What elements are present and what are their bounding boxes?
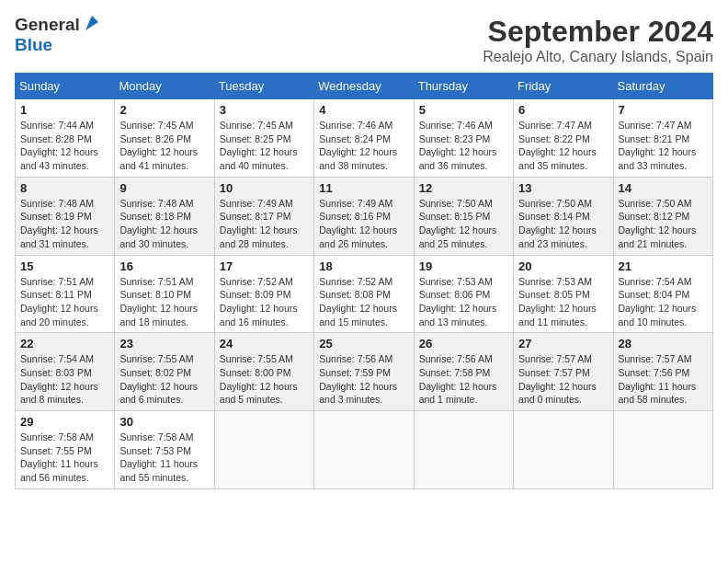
day-cell-3: 3 Sunrise: 7:45 AM Sunset: 8:25 PM Dayli… [214,99,313,178]
day-cell-9: 9 Sunrise: 7:48 AM Sunset: 8:18 PM Dayli… [115,177,214,255]
day-info: Sunrise: 7:48 AM Sunset: 8:18 PM Dayligh… [119,197,209,251]
day-cell-29: 29 Sunrise: 7:58 AM Sunset: 7:55 PM Dayl… [16,411,115,489]
day-cell-11: 11 Sunrise: 7:49 AM Sunset: 8:16 PM Dayl… [314,177,414,255]
day-cell-22: 22 Sunrise: 7:54 AM Sunset: 8:03 PM Dayl… [16,333,115,411]
day-cell-13: 13 Sunrise: 7:50 AM Sunset: 8:14 PM Dayl… [514,177,613,255]
header-wednesday: Wednesday [314,74,414,99]
logo-general-text: General [15,15,80,35]
header-friday: Friday [514,74,613,99]
day-cell-17: 17 Sunrise: 7:52 AM Sunset: 8:09 PM Dayl… [214,255,313,333]
day-info: Sunrise: 7:52 AM Sunset: 8:08 PM Dayligh… [319,275,408,329]
header-sunday: Sunday [16,74,115,99]
day-info: Sunrise: 7:57 AM Sunset: 7:56 PM Dayligh… [619,352,708,407]
day-cell-26: 26 Sunrise: 7:56 AM Sunset: 7:58 PM Dayl… [414,333,513,411]
day-cell-27: 27 Sunrise: 7:57 AM Sunset: 7:57 PM Dayl… [514,333,613,411]
day-number: 27 [518,337,608,350]
day-number: 7 [619,103,708,117]
day-info: Sunrise: 7:51 AM Sunset: 8:11 PM Dayligh… [20,275,109,329]
day-info: Sunrise: 7:49 AM Sunset: 8:17 PM Dayligh… [220,197,309,251]
day-cell-1: 1 Sunrise: 7:44 AM Sunset: 8:28 PM Dayli… [16,99,115,178]
day-cell-20: 20 Sunrise: 7:53 AM Sunset: 8:05 PM Dayl… [514,255,613,333]
day-info: Sunrise: 7:47 AM Sunset: 8:22 PM Dayligh… [518,119,608,173]
day-cell-15: 15 Sunrise: 7:51 AM Sunset: 8:11 PM Dayl… [16,255,115,333]
day-number: 14 [619,181,708,195]
day-cell-28: 28 Sunrise: 7:57 AM Sunset: 7:56 PM Dayl… [613,333,712,411]
day-info: Sunrise: 7:50 AM Sunset: 8:14 PM Dayligh… [518,197,608,251]
empty-cell [414,411,513,489]
day-cell-18: 18 Sunrise: 7:52 AM Sunset: 8:08 PM Dayl… [314,255,414,333]
day-number: 22 [20,337,109,350]
day-number: 5 [419,103,508,117]
day-info: Sunrise: 7:50 AM Sunset: 8:15 PM Dayligh… [419,197,508,251]
calendar-table: Sunday Monday Tuesday Wednesday Thursday… [15,73,713,489]
empty-cell [514,411,613,489]
day-number: 16 [119,259,209,273]
header-thursday: Thursday [414,74,513,99]
calendar-header-row: Sunday Monday Tuesday Wednesday Thursday… [16,74,713,99]
day-info: Sunrise: 7:54 AM Sunset: 8:03 PM Dayligh… [20,352,109,407]
day-info: Sunrise: 7:52 AM Sunset: 8:09 PM Dayligh… [220,275,309,329]
header-saturday: Saturday [613,74,712,99]
logo-icon [82,14,102,34]
day-info: Sunrise: 7:50 AM Sunset: 8:12 PM Dayligh… [619,197,708,251]
day-cell-16: 16 Sunrise: 7:51 AM Sunset: 8:10 PM Dayl… [115,255,214,333]
logo-blue-text: Blue [15,35,52,54]
header-monday: Monday [115,74,214,99]
empty-cell [214,411,313,489]
day-number: 6 [518,103,608,117]
day-number: 28 [619,337,708,350]
month-title: September 2024 [483,15,713,49]
day-cell-7: 7 Sunrise: 7:47 AM Sunset: 8:21 PM Dayli… [613,99,712,178]
day-number: 4 [319,103,408,117]
day-number: 2 [119,103,209,117]
day-cell-4: 4 Sunrise: 7:46 AM Sunset: 8:24 PM Dayli… [314,99,414,178]
day-info: Sunrise: 7:48 AM Sunset: 8:19 PM Dayligh… [20,197,109,251]
day-cell-30: 30 Sunrise: 7:58 AM Sunset: 7:53 PM Dayl… [115,411,214,489]
day-number: 21 [619,259,708,273]
empty-cell [613,411,712,489]
day-info: Sunrise: 7:56 AM Sunset: 7:58 PM Dayligh… [419,352,508,407]
calendar-week-3: 15 Sunrise: 7:51 AM Sunset: 8:11 PM Dayl… [16,255,713,333]
day-info: Sunrise: 7:45 AM Sunset: 8:25 PM Dayligh… [220,119,309,173]
day-cell-21: 21 Sunrise: 7:54 AM Sunset: 8:04 PM Dayl… [613,255,712,333]
day-info: Sunrise: 7:56 AM Sunset: 7:59 PM Dayligh… [319,352,408,407]
day-number: 8 [20,181,109,195]
day-number: 9 [119,181,209,195]
page-header: General Blue September 2024 Realejo Alto… [15,15,713,65]
calendar-week-2: 8 Sunrise: 7:48 AM Sunset: 8:19 PM Dayli… [16,177,713,255]
day-info: Sunrise: 7:46 AM Sunset: 8:24 PM Dayligh… [319,119,408,173]
day-number: 1 [20,103,109,117]
day-cell-25: 25 Sunrise: 7:56 AM Sunset: 7:59 PM Dayl… [314,333,414,411]
day-number: 15 [20,259,109,273]
day-number: 13 [518,181,608,195]
day-number: 25 [319,337,408,350]
calendar-week-4: 22 Sunrise: 7:54 AM Sunset: 8:03 PM Dayl… [16,333,713,411]
day-number: 24 [220,337,309,350]
day-cell-23: 23 Sunrise: 7:55 AM Sunset: 8:02 PM Dayl… [115,333,214,411]
day-info: Sunrise: 7:49 AM Sunset: 8:16 PM Dayligh… [319,197,408,251]
day-number: 23 [119,337,209,350]
day-info: Sunrise: 7:53 AM Sunset: 8:06 PM Dayligh… [419,275,508,329]
location-title: Realejo Alto, Canary Islands, Spain [483,49,713,65]
day-number: 11 [319,181,408,195]
day-info: Sunrise: 7:57 AM Sunset: 7:57 PM Dayligh… [518,352,608,407]
day-number: 19 [419,259,508,273]
day-cell-10: 10 Sunrise: 7:49 AM Sunset: 8:17 PM Dayl… [214,177,313,255]
day-cell-2: 2 Sunrise: 7:45 AM Sunset: 8:26 PM Dayli… [115,99,214,178]
day-info: Sunrise: 7:45 AM Sunset: 8:26 PM Dayligh… [119,119,209,173]
day-cell-8: 8 Sunrise: 7:48 AM Sunset: 8:19 PM Dayli… [16,177,115,255]
day-number: 30 [119,415,209,429]
header-tuesday: Tuesday [214,74,313,99]
day-number: 29 [20,415,109,429]
day-number: 18 [319,259,408,273]
day-number: 26 [419,337,508,350]
calendar-week-1: 1 Sunrise: 7:44 AM Sunset: 8:28 PM Dayli… [16,99,713,178]
empty-cell [314,411,414,489]
day-info: Sunrise: 7:54 AM Sunset: 8:04 PM Dayligh… [619,275,708,329]
day-info: Sunrise: 7:46 AM Sunset: 8:23 PM Dayligh… [419,119,508,173]
day-info: Sunrise: 7:47 AM Sunset: 8:21 PM Dayligh… [619,119,708,173]
day-cell-24: 24 Sunrise: 7:55 AM Sunset: 8:00 PM Dayl… [214,333,313,411]
day-cell-6: 6 Sunrise: 7:47 AM Sunset: 8:22 PM Dayli… [514,99,613,178]
day-cell-12: 12 Sunrise: 7:50 AM Sunset: 8:15 PM Dayl… [414,177,513,255]
day-info: Sunrise: 7:44 AM Sunset: 8:28 PM Dayligh… [20,119,109,173]
